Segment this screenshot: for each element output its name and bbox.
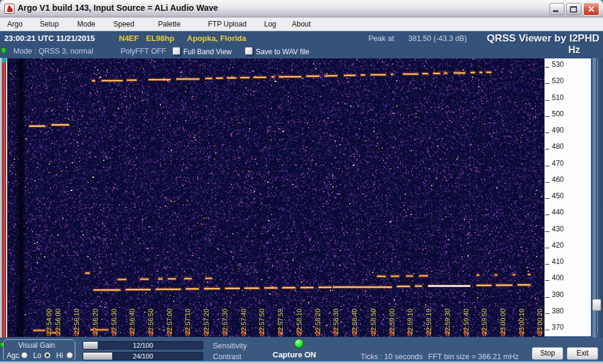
- grid-text: EL98hp: [146, 34, 174, 43]
- freq-tick-mark: [545, 330, 549, 330]
- freq-tick-mark: [545, 83, 549, 84]
- argo-window: Argo V1 build 143, Input Source = ALi Au…: [0, 0, 603, 364]
- freq-tick-mark: [545, 297, 549, 298]
- freq-tick-label: 480: [552, 142, 564, 151]
- freq-tick-label: 370: [552, 323, 564, 331]
- menu-item-about[interactable]: About: [292, 20, 311, 28]
- freq-tick-mark: [545, 215, 549, 215]
- frequency-slider: [591, 58, 603, 337]
- freq-tick-mark: [545, 182, 549, 183]
- ticks-info: Ticks : 10 seconds: [361, 353, 423, 361]
- freq-tick-label: 520: [552, 77, 564, 85]
- menu-item-setup[interactable]: Setup: [40, 20, 58, 28]
- menu-item-mode[interactable]: Mode: [77, 20, 95, 28]
- freq-tick-label: 490: [552, 126, 564, 134]
- hz-axis-label: Hz: [568, 45, 580, 55]
- mode-led-icon: [1, 48, 6, 53]
- capture-led-icon[interactable]: [294, 339, 304, 348]
- sensitivity-label: Sensitivity: [213, 342, 247, 350]
- bottom-bar: Visual Gain AgcLoHi 12/100 24/100 Sensit…: [0, 337, 603, 364]
- contrast-bar[interactable]: 24/100: [83, 352, 203, 360]
- close-button[interactable]: ✕: [583, 2, 599, 16]
- capture-status-label: Capture ON: [273, 350, 316, 359]
- freq-tick-mark: [545, 116, 549, 117]
- full-band-label: Full Band View: [183, 48, 232, 56]
- spectrogram-canvas[interactable]: [8, 58, 545, 337]
- visual-gain-option-label: Lo: [33, 351, 41, 360]
- visual-gain-option-label: Agc: [7, 351, 19, 360]
- sensitivity-value: 12/100: [83, 342, 203, 350]
- minimize-icon: [553, 10, 558, 12]
- left-border-strip: [0, 58, 8, 337]
- menu-item-argo[interactable]: Argo: [7, 20, 22, 28]
- datetime-text: 23:00:21 UTC 11/21/2015: [4, 34, 95, 43]
- corner-cap: [2, 58, 7, 63]
- freq-tick-label: 410: [552, 257, 564, 266]
- menu-item-log[interactable]: Log: [264, 20, 276, 28]
- freq-tick-label: 500: [552, 110, 564, 118]
- freq-tick-mark: [545, 100, 549, 101]
- header-bar: 23:00:21 UTC 11/21/2015 N4EF EL98hp Apop…: [0, 31, 603, 58]
- maximize-icon: [570, 6, 577, 13]
- freq-tick-mark: [545, 166, 549, 166]
- app-credit-text: QRSS Viewer by I2PHD: [487, 33, 599, 45]
- exit-button[interactable]: Exit: [567, 347, 598, 360]
- save-wav-label: Save to WAV file: [256, 48, 309, 56]
- freq-tick-mark: [545, 133, 549, 133]
- visual-gain-option-label: Hi: [56, 351, 63, 360]
- freq-tick-mark: [545, 248, 549, 248]
- radio-lo[interactable]: [44, 352, 51, 359]
- visual-gain-group: Visual Gain AgcLoHi: [3, 339, 75, 362]
- slider-track: [596, 60, 598, 333]
- visual-gain-label: Visual Gain: [18, 341, 55, 350]
- freq-tick-mark: [545, 149, 549, 149]
- freq-tick-label: 400: [552, 274, 564, 282]
- peak-value: 381.50 (-43.3 dB): [408, 34, 467, 43]
- full-band-checkbox[interactable]: [172, 47, 180, 55]
- frequency-scale: 5305205105004904804704604504404304204104…: [545, 58, 591, 336]
- freq-tick-mark: [545, 264, 549, 265]
- freq-tick-mark: [545, 280, 549, 281]
- minimize-button[interactable]: [549, 3, 564, 15]
- title-bar: Argo V1 build 143, Input Source = ALi Au…: [0, 0, 603, 17]
- peak-label: Peak at: [368, 34, 394, 43]
- freq-tick-mark: [545, 313, 549, 314]
- freq-tick-label: 390: [552, 290, 564, 299]
- fft-info: FFT bin size = 366.21 mHz: [428, 353, 519, 361]
- freq-tick-mark: [545, 198, 549, 199]
- maximize-button[interactable]: [566, 3, 581, 15]
- window-title: Argo V1 build 143, Input Source = ALi Au…: [17, 3, 218, 13]
- radio-agc[interactable]: [21, 352, 28, 359]
- menu-item-palette[interactable]: Palette: [158, 20, 180, 28]
- main-area: 5305205105004904804704604504404304204104…: [0, 58, 603, 337]
- freq-tick-label: 440: [552, 208, 564, 216]
- menu-bar: ArgoSetupModeSpeedPaletteFTP UploadLogAb…: [0, 17, 603, 31]
- freq-tick-label: 380: [552, 307, 564, 315]
- polyfft-text[interactable]: PolyFFT OFF: [121, 47, 166, 55]
- freq-tick-mark: [545, 231, 549, 232]
- radio-hi[interactable]: [66, 352, 73, 359]
- callsign-text: N4EF: [119, 34, 139, 43]
- freq-tick-label: 460: [552, 175, 564, 184]
- mode-text: Mode : QRSS 3, normal: [13, 47, 93, 55]
- freq-tick-label: 430: [552, 225, 564, 233]
- freq-tick-label: 530: [552, 60, 564, 69]
- location-text: Apopka, Florida: [187, 34, 246, 43]
- contrast-label: Contrast: [213, 353, 241, 361]
- menu-item-ftp-upload[interactable]: FTP Upload: [208, 20, 247, 28]
- save-wav-checkbox[interactable]: [245, 47, 253, 55]
- freq-tick-label: 470: [552, 159, 564, 168]
- argo-app-icon: [4, 4, 14, 14]
- slider-thumb[interactable]: [592, 299, 601, 311]
- sensitivity-bar[interactable]: 12/100: [83, 341, 203, 350]
- freq-tick-mark: [545, 67, 549, 67]
- window-border-bottom: [0, 362, 603, 364]
- freq-tick-label: 420: [552, 241, 564, 249]
- menu-item-speed[interactable]: Speed: [113, 20, 134, 28]
- stop-button[interactable]: Stop: [532, 347, 563, 360]
- contrast-value: 24/100: [83, 353, 203, 360]
- freq-tick-label: 510: [552, 93, 564, 102]
- freq-tick-label: 450: [552, 192, 564, 200]
